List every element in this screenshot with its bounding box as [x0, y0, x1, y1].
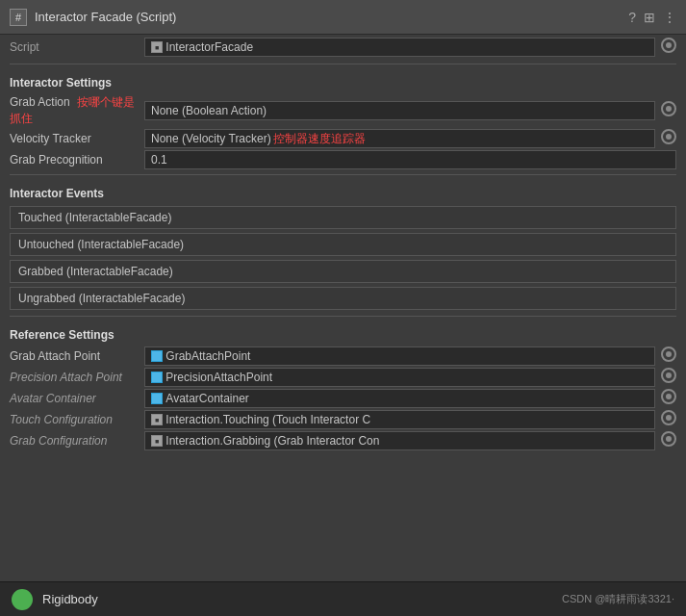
event-grabbed-row: Grabbed (InteractableFacade)	[0, 258, 686, 285]
reference-settings-header: Reference Settings	[0, 321, 686, 346]
grab-attach-value: GrabAttachPoint	[165, 349, 250, 363]
title-bar-actions: ? ⊞ ⋮	[628, 10, 676, 25]
grab-precognition-field[interactable]: 0.1	[144, 150, 676, 169]
grab-action-target-btn[interactable]	[661, 101, 676, 116]
avatar-container-cube-icon	[151, 393, 163, 404]
velocity-tracker-row: Velocity Tracker None (Velocity Tracker)…	[0, 128, 686, 149]
interactor-events-header: Interactor Events	[0, 179, 686, 204]
grab-attach-point-row: Grab Attach Point GrabAttachPoint	[0, 346, 686, 367]
title-bar: # Interactor Facade (Script) ? ⊞ ⋮	[0, 0, 686, 35]
precision-attach-row: Precision Attach Point PrecisionAttachPo…	[0, 367, 686, 388]
script-target-btn[interactable]	[661, 38, 676, 53]
touch-config-script-icon: ■	[151, 414, 163, 425]
avatar-container-row: Avatar Container AvatarContainer	[0, 388, 686, 409]
event-grabbed-label: Grabbed (InteractableFacade)	[18, 265, 173, 278]
grab-precognition-value-col: 0.1	[144, 150, 676, 169]
grab-action-row: Grab Action 按哪个键是抓住 None (Boolean Action…	[0, 93, 686, 128]
avatar-container-value: AvatarContainer	[165, 392, 249, 405]
grab-config-target-btn[interactable]	[661, 431, 676, 447]
event-touched-row: Touched (InteractableFacade)	[0, 204, 686, 231]
touch-config-field[interactable]: ■ Interaction.Touching (Touch Interactor…	[144, 410, 655, 429]
precision-attach-field[interactable]: PrecisionAttachPoint	[144, 368, 655, 387]
divider-interactor	[10, 174, 676, 175]
avatar-container-field-container: AvatarContainer	[144, 389, 676, 408]
event-ungrabbed-label: Ungrabbed (InteractableFacade)	[18, 292, 185, 305]
touch-config-label: Touch Configuration	[10, 413, 144, 426]
divider-events	[10, 316, 676, 317]
precision-attach-field-container: PrecisionAttachPoint	[144, 368, 676, 387]
velocity-tracker-annotation: 控制器速度追踪器	[273, 131, 366, 147]
grab-attach-label: Grab Attach Point	[10, 349, 144, 363]
script-file-icon: ■	[151, 41, 163, 53]
watermark: CSDN @晴耕雨读3321·	[562, 592, 674, 606]
grab-config-label: Grab Configuration	[10, 434, 144, 448]
grab-config-row: Grab Configuration ■ Interaction.Grabbin…	[0, 430, 686, 451]
script-field-container: ■ InteractorFacade	[144, 38, 676, 57]
grab-attach-field[interactable]: GrabAttachPoint	[144, 346, 655, 366]
event-untouched[interactable]: Untouched (InteractableFacade)	[10, 233, 676, 256]
divider-script	[10, 64, 676, 64]
bottom-title: Rigidbody	[42, 592, 552, 606]
script-label: Script	[10, 40, 144, 54]
grab-config-script-icon: ■	[151, 435, 163, 447]
grab-action-field[interactable]: None (Boolean Action)	[144, 101, 655, 120]
layout-icon[interactable]: ⊞	[644, 10, 655, 25]
velocity-tracker-value: None (Velocity Tracker)	[151, 132, 271, 145]
grab-config-field[interactable]: ■ Interaction.Grabbing (Grab Interactor …	[144, 431, 655, 450]
touch-config-field-container: ■ Interaction.Touching (Touch Interactor…	[144, 410, 676, 429]
precision-attach-cube-icon	[151, 372, 163, 383]
component-icon: #	[10, 9, 27, 26]
grab-precognition-value: 0.1	[151, 153, 167, 167]
velocity-tracker-label: Velocity Tracker	[10, 132, 144, 145]
grab-config-field-container: ■ Interaction.Grabbing (Grab Interactor …	[144, 431, 676, 450]
event-untouched-row: Untouched (InteractableFacade)	[0, 231, 686, 258]
title-bar-text: Interactor Facade (Script)	[35, 10, 621, 24]
script-value: InteractorFacade	[165, 40, 253, 54]
event-touched[interactable]: Touched (InteractableFacade)	[10, 206, 676, 229]
velocity-tracker-field-container: None (Velocity Tracker) 控制器速度追踪器	[144, 129, 676, 148]
event-ungrabbed[interactable]: Ungrabbed (InteractableFacade)	[10, 287, 676, 310]
precision-attach-target-btn[interactable]	[661, 368, 676, 383]
grab-attach-cube-icon	[151, 350, 163, 362]
touch-config-target-btn[interactable]	[661, 410, 676, 425]
grab-precognition-row: Grab Precognition 0.1	[0, 149, 686, 170]
avatar-container-target-btn[interactable]	[661, 389, 676, 404]
script-field[interactable]: ■ InteractorFacade	[144, 38, 655, 57]
hash-icon: #	[15, 12, 21, 23]
event-touched-label: Touched (InteractableFacade)	[18, 211, 171, 224]
bottom-bar: Rigidbody CSDN @晴耕雨读3321·	[0, 581, 686, 616]
precision-attach-label: Precision Attach Point	[10, 371, 144, 384]
grab-action-label-text: Grab Action	[10, 95, 70, 109]
touch-config-value: Interaction.Touching (Touch Interactor C	[165, 413, 370, 426]
velocity-tracker-target-btn[interactable]	[661, 129, 676, 144]
grab-attach-field-container: GrabAttachPoint	[144, 346, 676, 366]
grab-action-field-container: None (Boolean Action)	[144, 101, 676, 120]
grab-config-value: Interaction.Grabbing (Grab Interactor Co…	[165, 434, 379, 448]
grab-attach-target-btn[interactable]	[661, 346, 676, 362]
grab-precognition-label: Grab Precognition	[10, 153, 144, 167]
precision-attach-value: PrecisionAttachPoint	[165, 371, 272, 384]
menu-icon[interactable]: ⋮	[663, 10, 676, 25]
velocity-tracker-label-text: Velocity Tracker	[10, 132, 91, 145]
velocity-tracker-field[interactable]: None (Velocity Tracker) 控制器速度追踪器	[144, 129, 655, 148]
avatar-container-label: Avatar Container	[10, 392, 144, 405]
grab-action-value: None (Boolean Action)	[151, 104, 267, 117]
avatar-container-field[interactable]: AvatarContainer	[144, 389, 655, 408]
active-indicator	[12, 589, 33, 610]
touch-config-row: Touch Configuration ■ Interaction.Touchi…	[0, 409, 686, 430]
grab-action-label: Grab Action 按哪个键是抓住	[10, 94, 144, 127]
event-ungrabbed-row: Ungrabbed (InteractableFacade)	[0, 285, 686, 312]
event-grabbed[interactable]: Grabbed (InteractableFacade)	[10, 260, 676, 283]
interactor-settings-header: Interactor Settings	[0, 68, 686, 93]
help-icon[interactable]: ?	[628, 10, 636, 25]
event-untouched-label: Untouched (InteractableFacade)	[18, 238, 184, 251]
script-row: Script ■ InteractorFacade	[0, 35, 686, 60]
